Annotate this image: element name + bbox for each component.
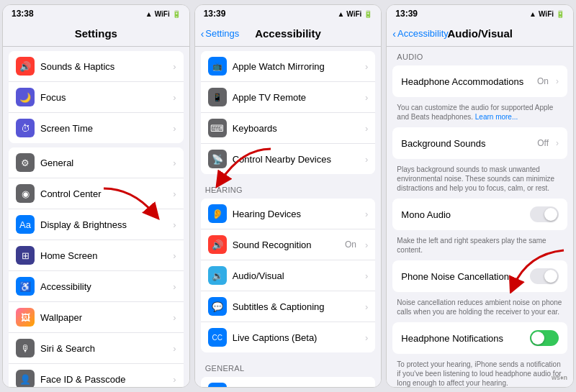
back-label-2: Settings (205, 28, 239, 39)
nav-title-3: Audio/Visual (447, 27, 513, 40)
battery-icon: 🔋 (364, 10, 372, 18)
hearing-section-label: HEARING (195, 178, 382, 197)
noise-cancel-title: Phone Noise Cancellation (401, 271, 526, 282)
mono-audio-desc: Make the left and right speakers play th… (387, 234, 573, 259)
mono-audio-toggle[interactable] (530, 206, 559, 222)
list-item[interactable]: 🎙 Siri & Search › (9, 333, 184, 364)
accessibility-item[interactable]: ♿ Accessibility › (9, 271, 184, 302)
battery-icon: 🔋 (172, 10, 181, 18)
nav-bar-2: ‹ Settings Accessibility (195, 21, 382, 47)
background-sounds-card: Background Sounds Off › (392, 127, 567, 159)
time-2: 13:39 (204, 9, 226, 19)
sounds-icon: 🔊 (16, 57, 35, 76)
soundrec-icon: 🔊 (208, 235, 227, 254)
battery-icon: 🔋 (556, 10, 564, 18)
watermark: ws♦n (552, 374, 567, 381)
sound-recognition-item[interactable]: 🔊 Sound Recognition On › (201, 229, 376, 260)
subtitles-icon: 💬 (208, 297, 227, 316)
bg-sounds-chevron: › (556, 138, 559, 148)
headphone-notif-item[interactable]: Headphone Notifications (392, 322, 567, 354)
focus-icon: 🌙 (16, 88, 35, 106)
apple-tv-remote-item[interactable]: 📱 Apple TV Remote › (201, 82, 376, 113)
phone-1: 13:38 ▲ WiFi 🔋 Settings 🔊 Sounds & Hapti… (2, 4, 190, 388)
display-icon: Aa (16, 215, 35, 234)
list-item[interactable]: ♿ Guided Access On › (201, 377, 376, 387)
headphone-notif-toggle[interactable] (530, 330, 559, 346)
item-label: Siri & Search (40, 343, 167, 354)
back-label-3: Accessibility (397, 28, 449, 39)
wallpaper-icon: 🖼 (16, 308, 35, 327)
headphone-acc-chevron: › (556, 76, 559, 86)
item-label: Control Center (40, 188, 167, 199)
display-brightness-item[interactable]: Aa Display & Brightness › (9, 209, 184, 240)
status-icons-2: ▲ WiFi 🔋 (337, 10, 372, 18)
audiovisual-item[interactable]: 🔉 Audio/Visual › (201, 260, 376, 291)
appletv-icon: 📱 (208, 88, 227, 106)
status-bar-2: 13:39 ▲ WiFi 🔋 (195, 5, 382, 21)
settings-group-top: 🔊 Sounds & Haptics › 🌙 Focus › ⏱ Screen … (9, 51, 184, 143)
hearing-devices-item[interactable]: 👂 Hearing Devices › (201, 199, 376, 229)
back-button-3[interactable]: ‹ Accessibility (392, 28, 448, 40)
list-item[interactable]: 🖼 Wallpaper › (9, 302, 184, 333)
item-label: Accessibility (40, 281, 167, 292)
item-label: Audio/Visual (233, 270, 359, 281)
signal-icon: ▲ (337, 10, 344, 18)
audiovisual-content[interactable]: AUDIO Headphone Accommodations On › You … (387, 47, 573, 387)
list-item[interactable]: 🔊 Sounds & Haptics › (9, 51, 184, 82)
learn-more-link[interactable]: Learn more... (475, 113, 518, 121)
general-section-label: GENERAL (195, 357, 382, 375)
bg-sounds-title: Background Sounds (401, 138, 533, 149)
nav-bar-1: Settings (3, 21, 189, 47)
list-item[interactable]: 📡 Control Nearby Devices › (201, 144, 376, 174)
bg-sounds-desc: Plays background sounds to mask unwanted… (387, 163, 573, 197)
list-item[interactable]: ◉ Control Center › (9, 178, 184, 209)
wifi-icon: WiFi (539, 10, 554, 18)
status-bar-1: 13:38 ▲ WiFi 🔋 (3, 5, 189, 21)
item-label: General (40, 158, 167, 168)
headphone-acc-item[interactable]: Headphone Accommodations On › (392, 65, 567, 97)
list-item[interactable]: 💬 Subtitles & Captioning › (201, 291, 376, 322)
back-button-2[interactable]: ‹ Settings (201, 28, 240, 40)
list-item[interactable]: CC Live Captions (Beta) › (201, 322, 376, 352)
nearby-icon: 📡 (208, 150, 227, 168)
list-item[interactable]: 👤 Face ID & Passcode › (9, 364, 184, 387)
item-label: Focus (40, 92, 167, 103)
hearingdevices-icon: 👂 (208, 204, 227, 223)
accessibility-icon: ♿ (16, 277, 35, 296)
item-label: Sounds & Haptics (40, 61, 167, 72)
item-label: Hearing Devices (233, 209, 359, 219)
list-item[interactable]: ⊞ Home Screen › (9, 240, 184, 271)
signal-icon: ▲ (145, 10, 153, 18)
phone-2: 13:39 ▲ WiFi 🔋 ‹ Settings Accessibility … (194, 4, 382, 388)
mono-audio-item[interactable]: Mono Audio (392, 199, 567, 230)
status-icons-3: ▲ WiFi 🔋 (529, 10, 564, 18)
list-item[interactable]: 🌙 Focus › (9, 82, 184, 113)
controlcenter-icon: ◉ (16, 184, 35, 203)
list-item[interactable]: ⏱ Screen Time › (9, 113, 184, 143)
settings-list-1[interactable]: 🔊 Sounds & Haptics › 🌙 Focus › ⏱ Screen … (3, 47, 189, 387)
list-item[interactable]: ⌨ Keyboards › (201, 113, 376, 144)
mono-audio-title: Mono Audio (401, 209, 526, 220)
general-group: ♿ Guided Access On › 🎙 Siri › ♿ Accessib… (201, 377, 376, 387)
noise-cancel-toggle[interactable] (530, 268, 559, 284)
list-item[interactable]: 📺 Apple Watch Mirroring › (201, 51, 376, 82)
signal-icon: ▲ (529, 10, 536, 18)
back-chevron-icon: ‹ (201, 28, 204, 40)
top-group: 📺 Apple Watch Mirroring › 📱 Apple TV Rem… (201, 51, 376, 174)
item-label: Home Screen (40, 250, 167, 261)
back-chevron-icon-3: ‹ (392, 28, 396, 40)
item-label: Live Captions (Beta) (233, 332, 359, 343)
faceid-icon: 👤 (16, 370, 35, 387)
background-sounds-item[interactable]: Background Sounds Off › (392, 127, 567, 159)
sound-rec-value: On (345, 240, 356, 250)
accessibility-list[interactable]: 📺 Apple Watch Mirroring › 📱 Apple TV Rem… (195, 47, 382, 387)
noise-cancellation-item[interactable]: Phone Noise Cancellation (392, 260, 567, 292)
list-item[interactable]: ⚙ General › (9, 147, 184, 178)
item-label: Display & Brightness (40, 219, 167, 230)
headphone-acc-desc: You can customize the audio for supporte… (387, 101, 573, 126)
item-label: Keyboards (233, 123, 359, 134)
time-3: 13:39 (395, 9, 418, 19)
nav-title-2: Accessibility (255, 27, 321, 40)
item-label: Apple TV Remote (233, 92, 359, 103)
hearing-group: 👂 Hearing Devices › 🔊 Sound Recognition … (201, 199, 376, 352)
